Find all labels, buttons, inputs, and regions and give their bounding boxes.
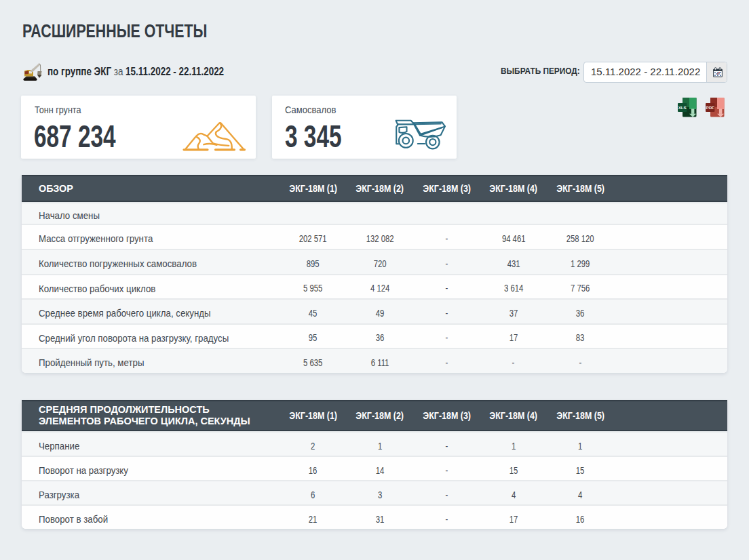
svg-text:XLS: XLS [678,105,687,110]
svg-text:PDF: PDF [706,105,715,110]
